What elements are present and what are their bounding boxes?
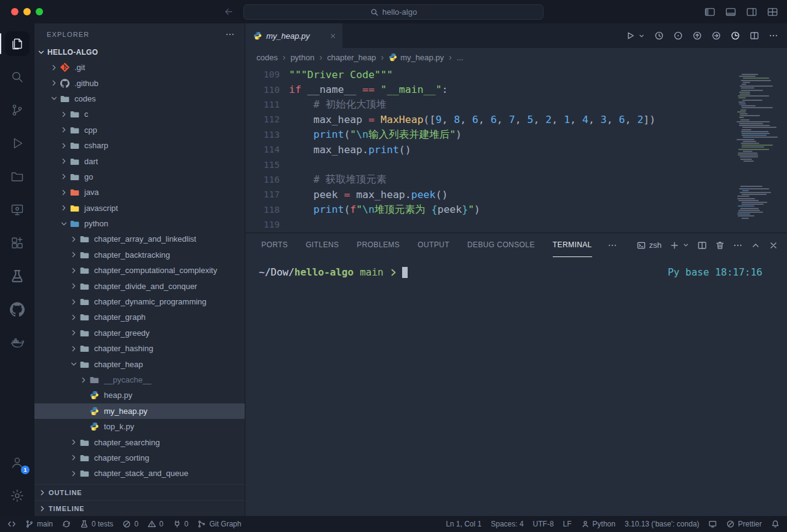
activity-source-control[interactable] [0,93,34,127]
minimap[interactable] [737,74,782,225]
chevron-up-icon[interactable] [751,240,761,250]
activity-github[interactable] [0,293,34,326]
status-spaces-4[interactable]: Spaces: 4 [491,520,523,528]
layout-sidebar-right-icon[interactable] [746,6,757,18]
layout-sidebar-left-icon[interactable] [704,6,716,18]
status-0[interactable]: 0 [122,520,138,528]
caret-down-icon[interactable] [638,33,645,39]
status-sync-icon[interactable] [62,520,71,528]
circle-right-icon[interactable] [711,31,721,41]
tab-my-heap[interactable]: my_heap.py [245,23,342,48]
tree-item-codes[interactable]: codes [34,91,245,106]
layout-panel-icon[interactable] [725,6,737,18]
status-0[interactable]: 0 [148,520,164,528]
tree-item-chapter_divide_and_conquer[interactable]: chapter_divide_and_conquer [34,278,245,293]
panel-tabs-more-icon[interactable] [607,233,617,257]
activity-testing[interactable] [0,260,34,293]
terminal[interactable]: ~/Dow/hello-algo main Py base 18:17:16 [245,257,787,516]
close-window-button[interactable] [11,8,18,15]
tree-item-chapter_backtracking[interactable]: chapter_backtracking [34,247,245,263]
tree-item-csharp[interactable]: csharp [34,138,245,153]
outline-section[interactable]: OUTLINE [34,484,245,500]
status-0[interactable]: 0 [173,520,189,528]
close-tab-icon[interactable] [330,33,336,39]
zoom-window-button[interactable] [36,8,43,15]
status-ln-1-col-1[interactable]: Ln 1, Col 1 [446,520,481,528]
status-3-10-13-base-conda[interactable]: 3.10.13 ('base': conda) [625,520,699,528]
trash-icon[interactable] [715,240,725,250]
tree-item-chapter_heap[interactable]: chapter_heap [34,356,245,371]
tree-item-chapter_stack_and_queue[interactable]: chapter_stack_and_queue [34,466,245,481]
activity-settings[interactable] [0,479,34,512]
status-remote-icon[interactable] [7,520,16,528]
tree-item-.git[interactable]: .git [34,60,245,75]
more-icon[interactable] [769,31,778,41]
status-lf[interactable]: LF [563,520,572,528]
tree-item-.github[interactable]: .github [34,75,245,90]
activity-project-manager[interactable] [0,160,34,193]
tree-item-cpp[interactable]: cpp [34,122,245,138]
minimize-window-button[interactable] [23,8,31,15]
panel-tab-debug-console[interactable]: DEBUG CONSOLE [467,233,535,257]
circle-dot-icon[interactable] [673,31,683,41]
breadcrumb-item-my_heap.py[interactable]: my_heap.py [389,53,444,62]
breadcrumb-item-python[interactable]: python [290,53,314,62]
play-icon[interactable] [625,31,635,41]
activity-run-debug[interactable] [0,127,34,160]
tree-item-python[interactable]: python [34,216,245,231]
terminal-profile[interactable]: zsh [637,240,662,250]
split-icon[interactable] [697,240,707,250]
status-git-graph[interactable]: Git Graph [197,520,241,528]
tree-item-chapter_array_and_linkedlist[interactable]: chapter_array_and_linkedlist [34,231,245,247]
close-icon[interactable] [769,240,778,250]
tree-item-heap.py[interactable]: heap.py [34,387,245,403]
panel-tab-output[interactable]: OUTPUT [417,233,449,257]
layout-grid-icon[interactable] [767,6,778,18]
panel-tab-terminal[interactable]: TERMINAL [553,233,592,257]
tree-item-dart[interactable]: dart [34,153,245,169]
panel-tab-problems[interactable]: PROBLEMS [357,233,400,257]
back-icon[interactable] [224,7,234,17]
tree-item-java[interactable]: java [34,185,245,200]
tree-item-my_heap.py[interactable]: my_heap.py [34,403,245,419]
tree-item-chapter_computational_complexity[interactable]: chapter_computational_complexity [34,263,245,278]
tree-item-c[interactable]: c [34,106,245,122]
tree-item-go[interactable]: go [34,169,245,185]
activity-remote-explorer[interactable] [0,193,34,226]
status-0-tests[interactable]: 0 tests [80,520,113,528]
tree-item-chapter_dynamic_programming[interactable]: chapter_dynamic_programming [34,294,245,309]
panel-tab-ports[interactable]: PORTS [261,233,288,257]
graph-clock-icon[interactable] [730,31,740,41]
tree-item-__pycache__[interactable]: __pycache__ [34,372,245,387]
more-icon[interactable] [733,240,743,250]
tree-item-top_k.py[interactable]: top_k.py [34,419,245,434]
circle-up-icon[interactable] [692,31,702,41]
explorer-more-icon[interactable] [225,30,235,39]
tree-item-javascript[interactable]: javascript [34,200,245,216]
history-icon[interactable] [654,31,664,41]
status-bell-icon[interactable] [771,520,780,528]
tree-item-chapter_graph[interactable]: chapter_graph [34,309,245,325]
activity-extensions[interactable] [0,226,34,260]
activity-search[interactable] [0,60,34,93]
status-screen-icon[interactable] [708,520,717,528]
panel-tab-gitlens[interactable]: GITLENS [306,233,339,257]
status-main[interactable]: main [25,520,53,528]
activity-docker[interactable] [0,326,34,359]
plus-icon[interactable] [670,240,679,250]
activity-accounts[interactable]: 1 [0,446,34,479]
breadcrumb-item-chapter_heap[interactable]: chapter_heap [327,53,376,62]
command-center-search[interactable]: hello-algo [243,4,544,20]
tree-item-chapter_searching[interactable]: chapter_searching [34,434,245,450]
caret-down-icon[interactable] [682,242,689,248]
tree-item-chapter_sorting[interactable]: chapter_sorting [34,450,245,466]
project-root-row[interactable]: HELLO-ALGO [34,45,245,60]
code-editor[interactable]: 109"""Driver Code"""110if __name__ == "_… [245,66,787,232]
activity-explorer[interactable] [0,27,34,60]
tree-item-chapter_greedy[interactable]: chapter_greedy [34,325,245,341]
timeline-section[interactable]: TIMELINE [34,500,245,516]
status-utf-8[interactable]: UTF-8 [533,520,554,528]
status-python[interactable]: Python [581,520,615,528]
breadcrumb-item-codes[interactable]: codes [256,53,278,62]
split-icon[interactable] [749,31,759,41]
